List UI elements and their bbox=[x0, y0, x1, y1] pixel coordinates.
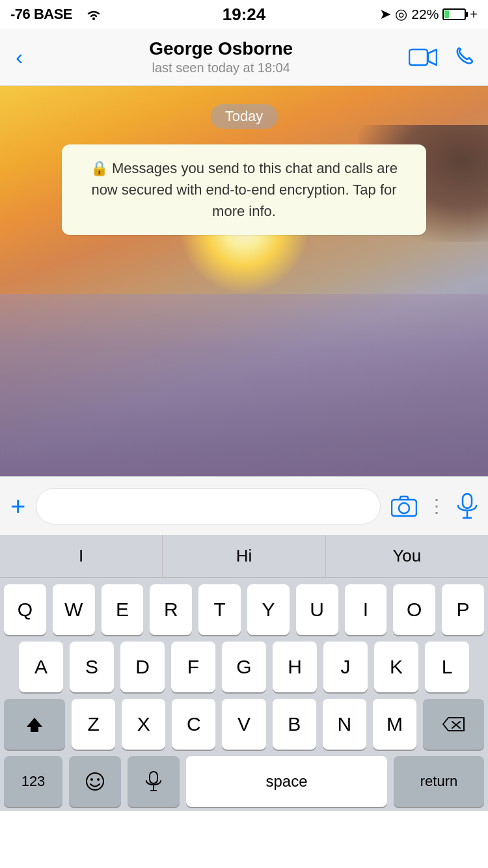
attach-button[interactable]: + bbox=[10, 493, 25, 519]
message-input-bar: + ⋮ bbox=[0, 476, 488, 535]
key-K[interactable]: K bbox=[374, 642, 418, 692]
keyboard-mic-icon bbox=[146, 771, 161, 792]
key-A[interactable]: A bbox=[19, 642, 63, 692]
contact-name: George Osborne bbox=[149, 38, 293, 59]
key-Y[interactable]: Y bbox=[247, 584, 290, 635]
wifi-icon bbox=[85, 8, 103, 21]
clock: 19:24 bbox=[223, 5, 266, 25]
svg-marker-2 bbox=[428, 49, 437, 65]
nav-actions bbox=[409, 46, 478, 68]
nav-bar: ‹ George Osborne last seen today at 18:0… bbox=[0, 29, 488, 86]
last-seen-status: last seen today at 18:04 bbox=[152, 61, 290, 75]
keyboard-row-3: Z X C V B N M bbox=[4, 699, 484, 750]
emoji-icon bbox=[85, 771, 105, 792]
keyboard-row-2: A S D F G H J K L bbox=[4, 642, 484, 692]
key-P[interactable]: P bbox=[442, 584, 484, 635]
svg-point-4 bbox=[399, 503, 409, 513]
status-bar: -76 BASE 19:24 ➤ ◎ 22% + bbox=[0, 0, 488, 29]
svg-point-11 bbox=[87, 773, 103, 790]
autocomplete-suggestion-3[interactable]: You bbox=[326, 535, 488, 577]
chat-area: Today 🔒 Messages you send to this chat a… bbox=[0, 86, 488, 476]
keyboard-mic-key[interactable] bbox=[128, 756, 180, 807]
key-U[interactable]: U bbox=[296, 584, 338, 635]
key-N[interactable]: N bbox=[323, 699, 366, 750]
key-B[interactable]: B bbox=[273, 699, 316, 750]
numbers-key[interactable]: 123 bbox=[4, 756, 62, 807]
key-I[interactable]: I bbox=[345, 584, 387, 635]
signal-strength: -76 BASE bbox=[10, 6, 72, 23]
space-key[interactable]: space bbox=[186, 756, 387, 807]
autocomplete-suggestion-2[interactable]: Hi bbox=[163, 535, 325, 577]
delete-key[interactable] bbox=[423, 699, 484, 750]
delete-back-icon bbox=[442, 715, 465, 733]
charge-icon: + bbox=[470, 7, 478, 22]
battery-icon bbox=[442, 8, 466, 20]
emoji-key[interactable] bbox=[69, 756, 121, 807]
shift-key[interactable] bbox=[4, 699, 65, 750]
status-right-icons: ➤ ◎ 22% + bbox=[379, 6, 478, 23]
shift-arrow-icon bbox=[25, 715, 44, 733]
contact-info[interactable]: George Osborne last seen today at 18:04 bbox=[33, 38, 409, 75]
more-options-button[interactable]: ⋮ bbox=[427, 495, 446, 517]
svg-rect-14 bbox=[150, 772, 157, 783]
svg-marker-8 bbox=[27, 718, 42, 732]
key-X[interactable]: X bbox=[122, 699, 165, 750]
return-key[interactable]: return bbox=[394, 756, 484, 807]
back-button[interactable]: ‹ bbox=[10, 42, 28, 72]
keyboard-row-1: Q W E R T Y U I O P bbox=[4, 584, 484, 635]
svg-point-12 bbox=[90, 778, 93, 781]
camera-icon[interactable] bbox=[391, 495, 417, 517]
autocomplete-suggestion-1[interactable]: I bbox=[0, 535, 163, 577]
voice-message-icon[interactable] bbox=[457, 493, 478, 519]
video-call-icon[interactable] bbox=[409, 47, 437, 67]
key-E[interactable]: E bbox=[102, 584, 144, 635]
key-F[interactable]: F bbox=[171, 642, 215, 692]
location-icon: ➤ bbox=[379, 6, 391, 23]
key-H[interactable]: H bbox=[273, 642, 317, 692]
key-L[interactable]: L bbox=[425, 642, 469, 692]
key-V[interactable]: V bbox=[222, 699, 265, 750]
encryption-notice[interactable]: 🔒 Messages you send to this chat and cal… bbox=[62, 144, 426, 235]
alarm-icon: ◎ bbox=[395, 6, 407, 23]
svg-rect-5 bbox=[463, 494, 472, 508]
key-R[interactable]: R bbox=[150, 584, 192, 635]
key-J[interactable]: J bbox=[323, 642, 368, 692]
key-W[interactable]: W bbox=[53, 584, 95, 635]
key-T[interactable]: T bbox=[198, 584, 241, 635]
key-D[interactable]: D bbox=[120, 642, 165, 692]
date-badge: Today bbox=[211, 104, 278, 129]
key-C[interactable]: C bbox=[172, 699, 215, 750]
svg-point-0 bbox=[92, 18, 95, 20]
key-O[interactable]: O bbox=[393, 584, 435, 635]
keyboard: Q W E R T Y U I O P A S D F G H J K L Z … bbox=[0, 578, 488, 811]
svg-point-13 bbox=[97, 778, 100, 781]
water-overlay bbox=[0, 294, 488, 476]
key-Z[interactable]: Z bbox=[72, 699, 115, 750]
message-input[interactable] bbox=[36, 488, 381, 524]
autocomplete-bar: I Hi You bbox=[0, 535, 488, 578]
key-M[interactable]: M bbox=[373, 699, 416, 750]
key-G[interactable]: G bbox=[222, 642, 266, 692]
svg-rect-1 bbox=[409, 49, 427, 65]
phone-call-icon[interactable] bbox=[455, 46, 478, 68]
key-S[interactable]: S bbox=[70, 642, 114, 692]
key-Q[interactable]: Q bbox=[4, 584, 46, 635]
keyboard-row-4: 123 space return bbox=[4, 756, 484, 807]
battery-pct: 22% bbox=[411, 7, 439, 22]
